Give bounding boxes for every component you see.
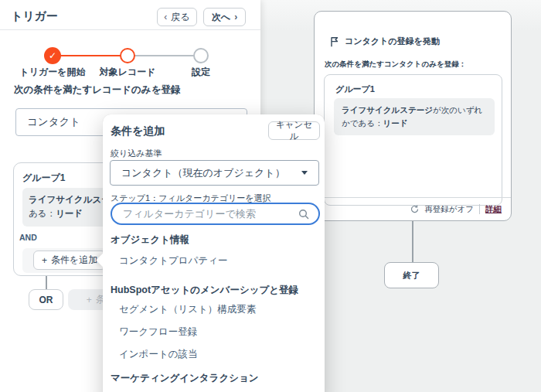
step-circle-upcoming[interactable] [193,48,209,63]
workflow-editor: コンタクトの登録を発動 次の条件を満たすコンタクトのみを登録： グループ1 ライ… [0,0,541,392]
chevron-left-icon: ‹ [164,12,167,22]
filter-category-searchbox [111,203,320,225]
panel-title: トリガー [11,9,58,24]
check-icon: ✓ [49,50,56,61]
trigger-card-footer: 再登録がオフ 詳細 [315,197,511,220]
stepper-line-upcoming [128,55,201,56]
add-condition-button[interactable]: + 条件を追加 [33,251,106,270]
object-type-select-value: コンタクト [27,115,80,129]
end-node[interactable]: 終了 [384,262,439,288]
or-group-button[interactable]: OR [29,289,63,310]
filter-basis-label: 絞り込み基準 [111,148,162,159]
list-item-workflow-enrollment[interactable]: ワークフロー登録 [111,326,318,339]
chevron-right-icon: › [234,12,237,22]
cancel-button[interactable]: キャンセル [268,121,320,140]
step-label-target-records: 対象レコード [85,66,170,79]
filter-group-title: グループ1 [22,172,66,185]
reenrollment-status: 再登録がオフ [424,204,474,215]
step-label-settings: 設定 [158,66,243,79]
triangle-down-icon [301,171,308,175]
end-node-label: 終了 [403,270,420,281]
list-item-segment-membership[interactable]: セグメント（リスト）構成要素 [111,303,318,316]
filter-category-list: オブジェクト情報 コンタクトプロパティー HubSpotアセットのメンバーシップ… [111,230,318,385]
flag-icon [330,36,339,47]
condition-value: リード [56,209,83,218]
records-filter-label: 次の条件を満たすレコードのみを登録 [14,84,180,97]
filter-object-select[interactable]: コンタクト（現在のオブジェクト） [110,160,319,186]
trigger-group-card: グループ1 ライフサイクルステージが次のいずれかである：リード [324,74,502,206]
next-button-label: 次へ [212,11,230,24]
step-circle-complete[interactable]: ✓ [44,47,61,64]
plus-icon: + [42,255,47,266]
add-condition-popup: 条件を追加 キャンセル 絞り込み基準 コンタクト（現在のオブジェクト） ステップ… [103,114,325,392]
trigger-card-subtitle: 次の条件を満たすコンタクトのみを登録： [325,60,466,70]
stepper-line-complete [53,55,128,56]
section-object-info: オブジェクト情報 [111,233,318,247]
filter-category-search-input[interactable] [121,207,298,220]
header-divider [0,29,260,30]
next-button[interactable]: 次へ › [203,8,246,26]
list-item-import-membership[interactable]: インポートの該当 [111,348,318,361]
trigger-node-card[interactable]: コンタクトの登録を発動 次の条件を満たすコンタクトのみを登録： グループ1 ライ… [314,11,512,221]
group-connector-line [46,276,47,289]
cancel-button-label: キャンセル [274,119,315,142]
trigger-card-header: コンタクトの登録を発動 [330,36,440,47]
or-label: OR [39,295,53,305]
list-item-contact-properties[interactable]: コンタクトプロパティー [111,254,318,268]
circular-arrows-icon [410,205,419,213]
footer-divider [479,204,480,214]
condition-property: ライフサイクルステージ [342,105,433,114]
trigger-condition-chip: ライフサイクルステージが次のいずれかである：リード [334,98,495,135]
add-condition-label: 条件を追加 [51,254,97,267]
trigger-group-title: グループ1 [335,84,375,95]
trigger-card-title: コンタクトの登録を発動 [345,36,440,47]
popup-title: 条件を追加 [111,124,165,138]
section-marketing-interaction: マーケティングインタラクション [111,372,318,385]
back-button[interactable]: ‹ 戻る [157,8,197,26]
details-link[interactable]: 詳細 [485,204,502,215]
filter-object-select-value: コンタクト（現在のオブジェクト） [121,166,285,180]
node-connector-line [412,221,413,262]
section-hubspot-assets: HubSpotアセットのメンバーシップと登録 [111,284,318,297]
step-label-trigger-start: トリガーを開始 [10,66,95,79]
back-button-label: 戻る [171,11,189,24]
condition-value: リード [383,118,407,128]
magnifier-icon [298,209,309,220]
and-label: AND [19,233,37,242]
step-circle-current[interactable] [120,48,135,63]
plus-icon: + [87,295,92,305]
